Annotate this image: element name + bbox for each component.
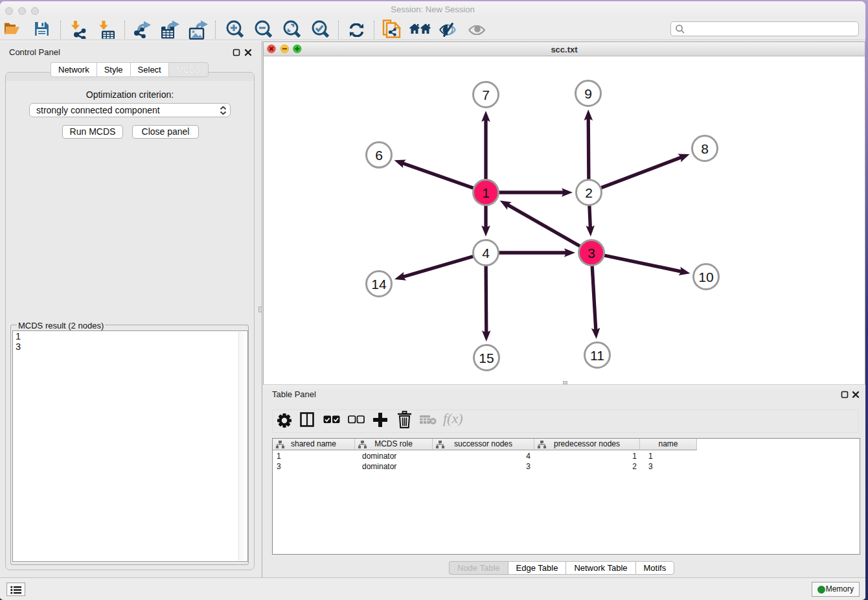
svg-text:6: 6 xyxy=(375,148,383,163)
svg-text:9: 9 xyxy=(584,86,592,101)
svg-text:8: 8 xyxy=(701,141,709,156)
svg-text:4: 4 xyxy=(482,246,490,260)
svg-text:1: 1 xyxy=(482,185,490,200)
svg-text:10: 10 xyxy=(698,270,713,284)
svg-text:11: 11 xyxy=(590,348,604,363)
svg-text:15: 15 xyxy=(479,351,494,365)
svg-text:3: 3 xyxy=(588,246,595,260)
svg-text:14: 14 xyxy=(371,277,387,292)
svg-text:7: 7 xyxy=(482,87,490,102)
svg-text:2: 2 xyxy=(585,185,593,200)
